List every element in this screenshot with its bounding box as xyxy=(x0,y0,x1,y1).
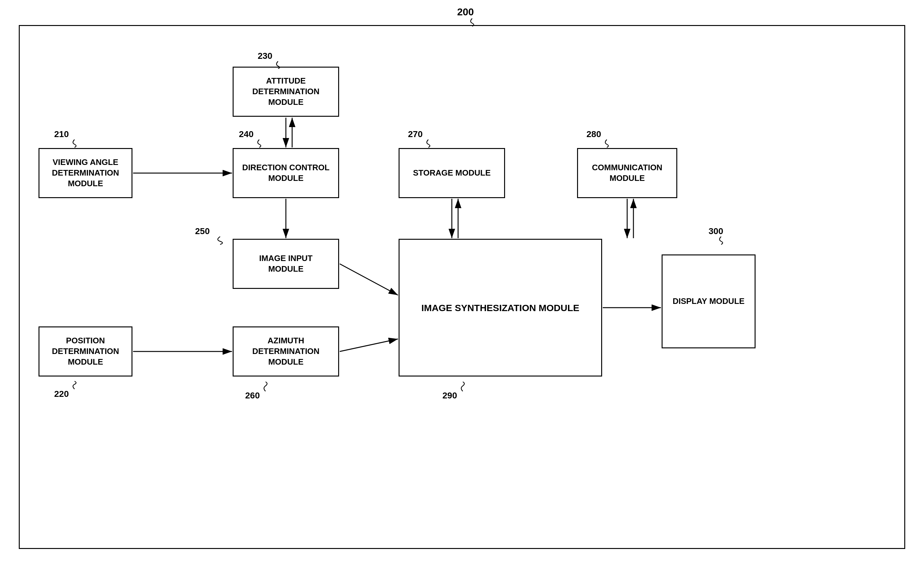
squiggle-270 xyxy=(419,138,438,149)
display-module: DISPLAY MODULE xyxy=(662,254,755,348)
direction-control-module: DIRECTION CONTROL MODULE xyxy=(233,148,339,198)
squiggle-200-main xyxy=(463,17,482,28)
squiggle-230 xyxy=(269,60,287,69)
ref-200: 200 xyxy=(457,6,474,18)
image-synth-module: IMAGE SYNTHESIZATION MODULE xyxy=(399,239,602,377)
squiggle-210 xyxy=(65,138,84,149)
squiggle-240 xyxy=(250,138,269,149)
squiggle-250 xyxy=(206,235,234,246)
diagram-container: ATTITUDE DETERMINATION MODULE VIEWING AN… xyxy=(19,25,905,549)
storage-module: STORAGE MODULE xyxy=(399,148,505,198)
communication-module: COMMUNICATION MODULE xyxy=(577,148,677,198)
squiggle-300 xyxy=(712,235,730,246)
attitude-module: ATTITUDE DETERMINATION MODULE xyxy=(233,67,339,117)
squiggle-290 xyxy=(453,380,472,392)
squiggle-220 xyxy=(65,380,84,391)
squiggle-280 xyxy=(597,138,616,149)
position-module: POSITION DETERMINATION MODULE xyxy=(38,326,133,377)
azimuth-module: AZIMUTH DETERMINATION MODULE xyxy=(233,326,339,377)
squiggle-260 xyxy=(256,380,275,392)
viewing-angle-module: VIEWING ANGLE DETERMINATION MODULE xyxy=(38,148,133,198)
arrow-imageinput-to-synth xyxy=(340,264,398,295)
image-input-module: IMAGE INPUT MODULE xyxy=(233,239,339,289)
arrow-azimuth-to-synth xyxy=(340,339,398,352)
